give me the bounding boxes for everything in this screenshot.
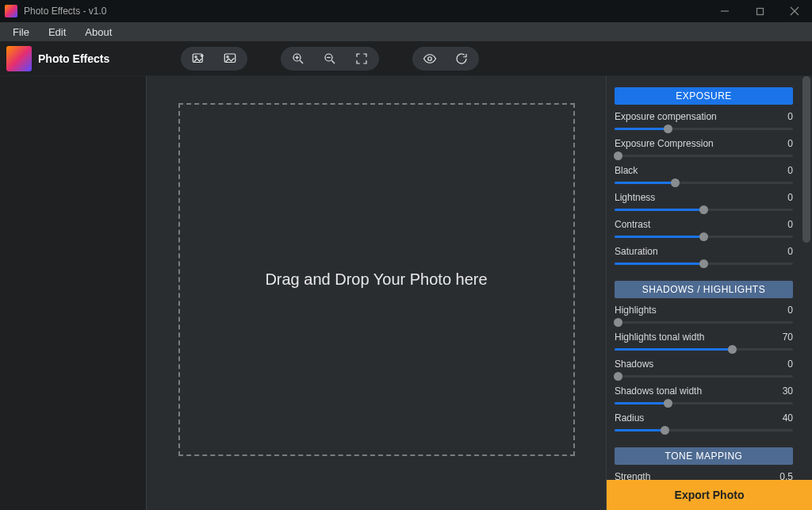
eye-icon[interactable]	[416, 48, 444, 70]
slider-track[interactable]	[615, 317, 793, 327]
titlebar: Photo Effects - v1.0	[0, 0, 812, 22]
zoom-in-icon[interactable]	[284, 48, 312, 70]
toolbar: Photo Effects	[0, 41, 812, 76]
slider-value: 0	[787, 305, 793, 316]
slider-thumb[interactable]	[728, 345, 737, 354]
slider-row: Black0	[615, 165, 793, 187]
brand-text: Photo Effects	[38, 52, 109, 65]
slider-row: Saturation0	[615, 246, 793, 268]
slider-label: Contrast	[615, 219, 650, 230]
slider-track[interactable]	[615, 259, 793, 268]
tool-group-zoom	[281, 47, 379, 71]
fullscreen-icon[interactable]	[347, 48, 376, 70]
add-image-icon[interactable]	[184, 48, 213, 70]
slider-label: Exposure compensation	[615, 111, 717, 122]
slider-value: 0	[787, 111, 793, 122]
window-controls	[707, 0, 812, 22]
menu-about[interactable]: About	[75, 25, 121, 40]
left-sidebar	[0, 76, 147, 510]
slider-thumb[interactable]	[671, 178, 680, 187]
slider-value: 40	[783, 412, 793, 424]
close-button[interactable]	[777, 0, 812, 22]
slider-row: Highlights0	[615, 305, 793, 327]
scrollbar[interactable]	[801, 76, 812, 480]
slider-value: 0	[787, 165, 793, 176]
svg-point-15	[428, 56, 432, 60]
section-header[interactable]: EXPOSURE	[615, 87, 793, 105]
svg-line-9	[300, 60, 303, 63]
slider-thumb[interactable]	[664, 125, 672, 133]
slider-row: Lightness0	[615, 192, 793, 214]
slider-track[interactable]	[615, 205, 793, 214]
slider-value: 0.5	[779, 471, 793, 480]
slider-label: Strength	[615, 471, 650, 480]
tool-group-view	[412, 47, 479, 71]
slider-row: Exposure Compression0	[615, 138, 793, 160]
zoom-out-icon[interactable]	[316, 48, 344, 70]
slider-label: Black	[615, 165, 638, 176]
slider-thumb[interactable]	[699, 205, 708, 214]
slider-thumb[interactable]	[661, 426, 669, 435]
slider-row: Exposure compensation0	[615, 111, 793, 133]
section-header[interactable]: TONE MAPPING	[615, 447, 793, 465]
brand-icon	[6, 46, 32, 71]
tool-group-import	[181, 47, 247, 71]
slider-value: 0	[787, 138, 793, 149]
menu-file[interactable]: File	[3, 25, 39, 40]
panel-content: EXPOSUREExposure compensation0Exposure C…	[607, 76, 801, 480]
slider-track[interactable]	[615, 124, 793, 133]
maximize-button[interactable]	[742, 0, 777, 22]
slider-thumb[interactable]	[699, 259, 708, 268]
dropzone-text: Drag and Drop Your Photo here	[265, 270, 487, 289]
slider-track[interactable]	[615, 232, 793, 241]
slider-track[interactable]	[615, 151, 793, 160]
slider-thumb[interactable]	[614, 151, 622, 160]
slider-thumb[interactable]	[664, 399, 672, 408]
minimize-button[interactable]	[707, 0, 742, 22]
slider-row: Shadows0	[615, 359, 793, 381]
slider-value: 30	[783, 385, 793, 397]
slider-label: Shadows tonal width	[615, 385, 702, 397]
app-icon	[5, 5, 17, 17]
slider-thumb[interactable]	[614, 318, 622, 327]
slider-row: Radius40	[615, 412, 793, 435]
svg-point-5	[195, 56, 197, 57]
slider-row: Contrast0	[615, 219, 793, 241]
slider-track[interactable]	[615, 371, 793, 381]
slider-label: Saturation	[615, 246, 658, 257]
slider-value: 70	[783, 332, 793, 343]
image-icon[interactable]	[216, 48, 244, 70]
main-area: Drag and Drop Your Photo here EXPOSUREEx…	[0, 76, 812, 510]
slider-row: Highlights tonal width70	[615, 332, 793, 354]
svg-rect-1	[756, 8, 763, 14]
slider-track[interactable]	[615, 178, 793, 187]
slider-label: Highlights tonal width	[615, 332, 704, 343]
side-panel: EXPOSUREExposure compensation0Exposure C…	[606, 76, 812, 510]
slider-label: Shadows	[615, 359, 653, 370]
slider-label: Highlights	[615, 305, 657, 316]
slider-track[interactable]	[615, 398, 793, 408]
slider-label: Lightness	[615, 192, 655, 203]
slider-track[interactable]	[615, 344, 793, 354]
slider-value: 0	[787, 246, 793, 257]
slider-value: 0	[787, 219, 793, 230]
refresh-icon[interactable]	[447, 48, 476, 70]
dropzone[interactable]: Drag and Drop Your Photo here	[178, 103, 575, 456]
window-title: Photo Effects - v1.0	[24, 6, 707, 17]
canvas-area: Drag and Drop Your Photo here	[147, 76, 606, 510]
brand: Photo Effects	[6, 46, 109, 71]
slider-value: 0	[787, 359, 793, 370]
svg-point-7	[227, 56, 228, 57]
scrollbar-thumb[interactable]	[802, 76, 810, 243]
section-header[interactable]: SHADOWS / HIGHLIGHTS	[615, 281, 793, 298]
slider-track[interactable]	[615, 425, 793, 435]
menubar: File Edit About	[0, 22, 812, 41]
menu-edit[interactable]: Edit	[39, 25, 75, 40]
slider-thumb[interactable]	[614, 372, 622, 381]
slider-value: 0	[787, 192, 793, 203]
export-button[interactable]: Export Photo	[607, 480, 812, 510]
slider-label: Radius	[615, 412, 644, 424]
slider-row: Shadows tonal width30	[615, 385, 793, 408]
slider-row: Strength0.5	[615, 471, 793, 480]
slider-thumb[interactable]	[699, 232, 708, 241]
